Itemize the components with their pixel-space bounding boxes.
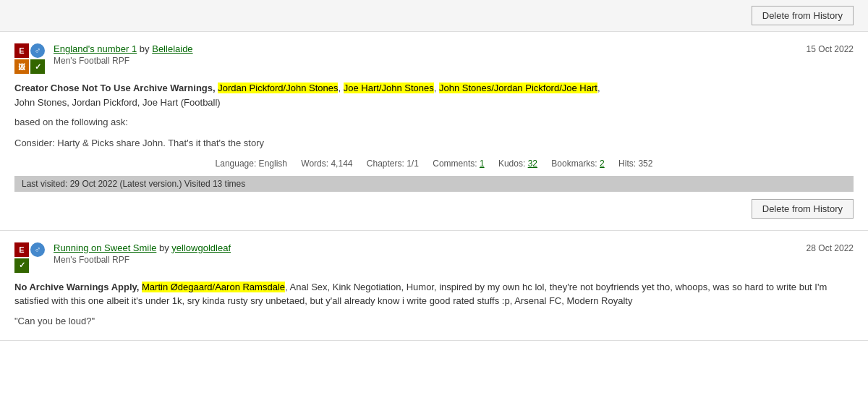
entry-2-by: by — [159, 242, 171, 253]
entry-2-fandom: Men's Football RPF — [54, 255, 854, 265]
entry-1-desc-text: Consider: Harty & Picks share John. That… — [14, 138, 264, 148]
entry-2-warnings: No Archive Warnings Apply, Martin Ødegaa… — [14, 280, 854, 308]
complete-icon: ✓ — [30, 59, 45, 74]
entry-2: E ♂ ✓ Running on Sweet Smile by yellowgo… — [0, 231, 868, 342]
entry-2-meta: Running on Sweet Smile by yellowgoldleaf… — [54, 242, 854, 265]
entry-1-tag-highlight-3: John Stones/Jordan Pickford/Joe Hart — [439, 83, 597, 93]
entry-1-date: 15 Oct 2022 — [807, 44, 854, 54]
entry-2-title-text: Running on Sweet Smile by yellowgoldleaf — [54, 242, 231, 253]
entry-1-author-link[interactable]: Bellelaide — [152, 43, 192, 54]
entry-1-bookmarks: Bookmarks: 2 — [551, 159, 604, 169]
entry-2-author-link[interactable]: yellowgoldleaf — [171, 242, 231, 253]
entry-1-stats: Language: English Words: 4,144 Chapters:… — [14, 159, 854, 169]
entry-1-bookmarks-link[interactable]: 2 — [600, 159, 605, 169]
entry-2-quote: "Can you be loud?" — [14, 314, 854, 329]
entry-1-meta: England's number 1 by Bellelaide 15 Oct … — [54, 43, 854, 66]
entry-1-warnings: Creator Chose Not To Use Archive Warning… — [14, 81, 854, 109]
entry-1-title-text: England's number 1 by Bellelaide — [54, 43, 193, 54]
rating-explicit-icon: E — [14, 43, 29, 58]
entry-2-warning-label: No Archive Warnings Apply, — [14, 282, 139, 292]
entry-2-title-link[interactable]: Running on Sweet Smile — [54, 242, 156, 253]
entry-1-hits: Hits: 352 — [618, 159, 652, 169]
entry-1-icons: E ♂ 🖼 ✓ — [14, 43, 46, 74]
entry-1-fandom: Men's Football RPF — [54, 56, 854, 66]
entry-2-title-line: Running on Sweet Smile by yellowgoldleaf… — [54, 242, 854, 253]
entry-1-kudos-link[interactable]: 32 — [528, 159, 537, 169]
has-image-icon: 🖼 — [14, 59, 29, 74]
entry-1-tags-plain: John Stones, Jordan Pickford, Joe Hart (… — [14, 97, 221, 108]
top-delete-button[interactable]: Delete from History — [752, 6, 854, 25]
entry-2-rating-icon: E — [14, 242, 29, 257]
entry-1-tag-highlight-1: Jordan Pickford/John Stones — [218, 83, 338, 93]
entry-1-kudos: Kudos: 32 — [498, 159, 537, 169]
entry-1-chapters: Chapters: 1/1 — [367, 159, 419, 169]
entry-2-quote-text: "Can you be loud?" — [14, 316, 95, 326]
entry-2-tag-highlight-1: Martin Ødegaard/Aaron Ramsdale — [142, 282, 285, 292]
entry-1-title-link[interactable]: England's number 1 — [54, 43, 137, 54]
entry-1-description: Consider: Harty & Picks share John. That… — [14, 136, 854, 151]
entry-2-header: E ♂ ✓ Running on Sweet Smile by yellowgo… — [14, 242, 854, 273]
entry-1-delete-button[interactable]: Delete from History — [752, 199, 854, 219]
male-icon: ♂ — [30, 43, 45, 58]
entry-1-comments-link[interactable]: 1 — [480, 159, 485, 169]
entry-2-date: 28 Oct 2022 — [807, 243, 854, 253]
entry-1-by: by — [140, 43, 150, 54]
entry-1-based-on-label: based on the following ask: — [14, 117, 128, 127]
entry-1-title-line: England's number 1 by Bellelaide 15 Oct … — [54, 43, 854, 54]
entry-2-complete-icon: ✓ — [14, 258, 29, 273]
entry-1: E ♂ 🖼 ✓ England's number 1 by Bellelaide… — [0, 32, 868, 231]
entry-1-based-on: based on the following ask: — [14, 115, 854, 130]
entry-1-words: Words: 4,144 — [301, 159, 352, 169]
page-container: Delete from History E ♂ 🖼 ✓ England's nu… — [0, 0, 868, 341]
top-bar: Delete from History — [0, 0, 868, 32]
entry-1-delete-row: Delete from History — [14, 199, 854, 219]
entry-1-warning-label: Creator Chose Not To Use Archive Warning… — [14, 83, 216, 93]
entry-1-header: E ♂ 🖼 ✓ England's number 1 by Bellelaide… — [14, 43, 854, 74]
entry-1-comments: Comments: 1 — [433, 159, 484, 169]
entry-2-male-icon: ♂ — [30, 242, 45, 257]
entry-1-last-visited: Last visited: 29 Oct 2022 (Latest versio… — [14, 176, 854, 192]
entry-1-language-label: Language: English — [216, 159, 287, 169]
entry-1-tag-highlight-2: Joe Hart/John Stones — [344, 83, 434, 93]
entry-2-icons: E ♂ ✓ — [14, 242, 46, 273]
